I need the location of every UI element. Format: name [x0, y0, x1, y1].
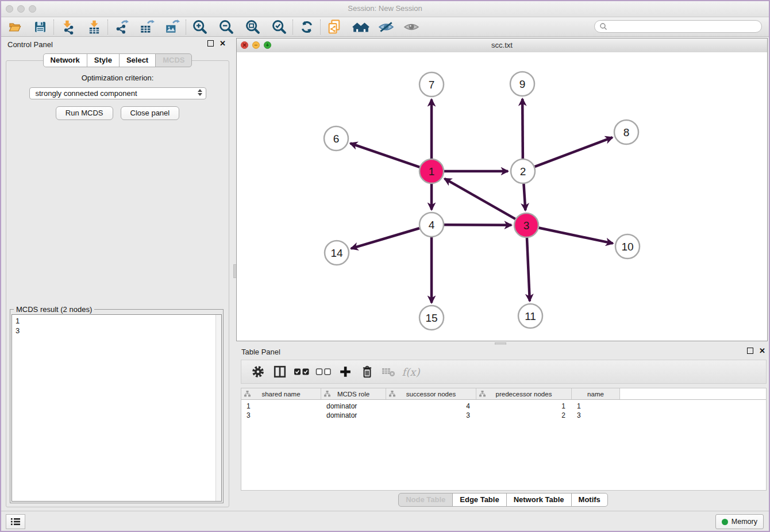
close-panel-button[interactable]: Close panel — [121, 106, 180, 120]
import-table-button[interactable] — [86, 19, 103, 35]
table-cell[interactable]: 2 — [476, 411, 572, 419]
graph-node-8[interactable]: 8 — [614, 120, 638, 144]
svg-text:14: 14 — [330, 247, 343, 259]
graph-node-4[interactable]: 4 — [419, 213, 444, 237]
table-cell[interactable]: dominator — [321, 402, 386, 410]
clone-network-button[interactable] — [326, 19, 343, 35]
graph-edge-4-14[interactable] — [351, 228, 419, 248]
network-canvas[interactable]: 7968124314101511 — [237, 52, 767, 341]
delete-table-button[interactable] — [378, 363, 400, 380]
graph-node-15[interactable]: 15 — [419, 306, 444, 330]
first-neighbors-button[interactable] — [352, 19, 369, 35]
select-all-button[interactable] — [291, 363, 313, 380]
create-column-button[interactable] — [334, 363, 356, 380]
tab-select[interactable]: Select — [119, 53, 156, 67]
tab-network-table[interactable]: Network Table — [506, 493, 572, 507]
float-panel-icon[interactable] — [207, 40, 214, 47]
table-cell[interactable]: 3 — [241, 411, 321, 419]
column-header-name[interactable]: name — [572, 388, 620, 399]
graph-edge-1-6[interactable] — [351, 143, 420, 167]
memory-status-icon — [722, 519, 728, 525]
tab-node-table[interactable]: Node Table — [398, 493, 453, 507]
graph-node-7[interactable]: 7 — [419, 72, 444, 97]
mcds-result-groupbox: MCDS result (2 nodes) 1 3 — [10, 309, 224, 503]
graph-edge-2-3[interactable] — [523, 184, 525, 210]
result-scrollbar[interactable] — [215, 315, 221, 501]
graph-node-11[interactable]: 11 — [518, 304, 542, 328]
graph-node-14[interactable]: 14 — [325, 241, 349, 265]
table-settings-button[interactable] — [247, 363, 269, 380]
function-builder-button[interactable]: f(x) — [400, 363, 422, 380]
column-header-predecessor-nodes[interactable]: predecessor nodes — [476, 388, 572, 399]
import-network-button[interactable] — [59, 19, 76, 35]
apply-layout-button[interactable] — [298, 19, 315, 35]
graph-node-3[interactable]: 3 — [514, 213, 538, 237]
graph-node-9[interactable]: 9 — [510, 72, 534, 96]
table-cell[interactable]: 3 — [386, 411, 476, 419]
node-table: shared name MCDS role successor nodes pr… — [241, 388, 767, 491]
export-network-button[interactable] — [113, 19, 130, 35]
column-header-mcds-role[interactable]: MCDS role — [321, 388, 386, 399]
network-window-titlebar[interactable]: ✕ − + scc.txt — [237, 38, 767, 53]
copy-network-file-icon — [326, 19, 342, 35]
zoom-in-button[interactable] — [191, 19, 209, 35]
zoom-out-button[interactable] — [218, 19, 235, 35]
control-panel: Control Panel ✕ Network Style Select MCD… — [2, 37, 233, 510]
close-panel-icon[interactable]: ✕ — [220, 40, 226, 47]
graph-edge-3-1[interactable] — [445, 179, 515, 219]
deselect-all-button[interactable] — [313, 363, 334, 380]
svg-text:15: 15 — [425, 312, 437, 324]
tab-edge-table[interactable]: Edge Table — [452, 493, 506, 507]
graph-edge-2-8[interactable] — [535, 137, 613, 167]
criterion-dropdown[interactable]: strongly connected component — [29, 87, 206, 99]
memory-button[interactable]: Memory — [715, 514, 764, 529]
show-all-button[interactable] — [403, 19, 420, 35]
hide-selected-button[interactable] — [378, 19, 395, 35]
graph-edge-4-3[interactable] — [444, 225, 511, 225]
column-type-icon — [324, 391, 330, 397]
close-table-panel-icon[interactable]: ✕ — [759, 348, 765, 354]
zoom-fit-button[interactable] — [244, 19, 261, 35]
table-cell[interactable]: 1 — [572, 402, 620, 410]
graph-node-2[interactable]: 2 — [511, 159, 535, 183]
tab-mcds[interactable]: MCDS — [155, 53, 192, 67]
export-network-icon — [114, 20, 129, 34]
table-row[interactable]: 3dominator323 — [241, 411, 766, 420]
table-cell[interactable]: 3 — [572, 411, 620, 419]
tab-network[interactable]: Network — [43, 53, 87, 67]
delete-column-button[interactable] — [356, 363, 378, 380]
table-cell[interactable]: 1 — [476, 402, 572, 410]
column-type-icon — [389, 391, 395, 397]
zoom-selected-button[interactable] — [271, 19, 288, 35]
graph-node-10[interactable]: 10 — [615, 234, 640, 259]
table-cell[interactable]: 1 — [241, 402, 321, 410]
open-folder-icon — [7, 20, 22, 34]
graph-edge-3-11[interactable] — [527, 238, 530, 301]
column-header-shared-name[interactable]: shared name — [241, 388, 321, 399]
graph-edge-3-10[interactable] — [539, 228, 613, 244]
show-columns-button[interactable] — [269, 363, 291, 380]
graph-node-6[interactable]: 6 — [324, 126, 348, 151]
task-history-button[interactable] — [6, 514, 25, 529]
mcds-result-textarea[interactable]: 1 3 — [11, 314, 222, 502]
graph-node-1[interactable]: 1 — [419, 159, 444, 183]
column-header-successor-nodes[interactable]: successor nodes — [386, 388, 476, 399]
mcds-result-line: 3 — [12, 326, 221, 336]
table-row[interactable]: 1dominator411 — [241, 402, 766, 411]
svg-text:2: 2 — [520, 165, 526, 178]
svg-text:3: 3 — [523, 219, 530, 232]
table-cell[interactable]: dominator — [321, 411, 386, 419]
float-table-panel-icon[interactable] — [747, 348, 753, 354]
save-session-button[interactable] — [32, 19, 49, 35]
export-image-button[interactable] — [164, 19, 181, 35]
table-cell[interactable]: 4 — [386, 402, 476, 410]
tab-style[interactable]: Style — [87, 53, 120, 67]
graph-edge-2-9[interactable] — [522, 99, 523, 159]
tab-motifs[interactable]: Motifs — [571, 493, 608, 507]
run-mcds-button[interactable]: Run MCDS — [56, 106, 113, 120]
search-field[interactable] — [594, 20, 762, 33]
search-input[interactable] — [610, 22, 761, 31]
export-table-button[interactable] — [138, 19, 156, 35]
svg-text:11: 11 — [525, 310, 536, 322]
open-session-button[interactable] — [6, 19, 24, 35]
